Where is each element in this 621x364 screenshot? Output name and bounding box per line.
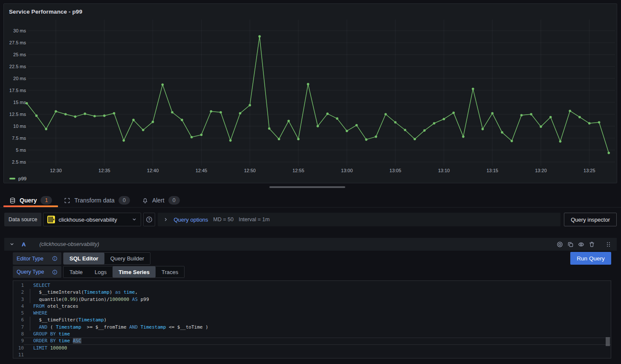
svg-text:13:05: 13:05 xyxy=(390,168,401,173)
svg-text:2.5 ms: 2.5 ms xyxy=(12,159,26,165)
query-type-option-traces[interactable]: Traces xyxy=(156,266,184,277)
line-number: 2 xyxy=(13,289,24,296)
svg-text:12:35: 12:35 xyxy=(98,168,110,173)
code-text: AND ( Timestamp >= $__fromTime AND Times… xyxy=(24,324,611,331)
query-row-header[interactable]: A (clickhouse-observability) xyxy=(4,238,617,251)
query-inspector-button[interactable]: Query inspector xyxy=(564,213,617,226)
query-type-option-logs[interactable]: Logs xyxy=(89,266,113,277)
svg-text:13:00: 13:00 xyxy=(341,168,353,173)
clickhouse-logo-icon xyxy=(47,216,55,223)
sql-lines: 1SELECT2 $__timeInterval(Timestamp) as t… xyxy=(13,282,611,358)
timeseries-panel: 30 ms27.5 ms25 ms22.5 ms20 ms17.5 ms15 m… xyxy=(3,3,617,183)
query-toolbar: Data source clickhouse-observability ? Q… xyxy=(4,213,617,226)
max-data-points-value: MD = 50 xyxy=(213,217,234,222)
tab-transform-data[interactable]: Transform data0 xyxy=(58,194,136,207)
svg-text:30 ms: 30 ms xyxy=(13,28,26,33)
drag-handle-icon[interactable] xyxy=(605,241,612,248)
sql-line-6[interactable]: 6 $__timeFilter(Timestamp) xyxy=(13,317,611,324)
legend-label: p99 xyxy=(18,176,26,181)
svg-text:7.5 ms: 7.5 ms xyxy=(12,136,26,141)
line-number: 3 xyxy=(13,296,24,303)
sql-line-7[interactable]: 7 AND ( Timestamp >= $__fromTime AND Tim… xyxy=(13,324,611,331)
data-source-value: clickhouse-observability xyxy=(58,217,128,223)
tab-bar: Query1Transform data0Alert0 xyxy=(0,194,621,208)
line-number: 8 xyxy=(13,331,24,338)
svg-text:12:40: 12:40 xyxy=(147,168,159,173)
query-type-label: Query Type xyxy=(13,266,61,278)
sql-line-5[interactable]: 5WHERE xyxy=(13,310,611,317)
info-circle-icon xyxy=(52,256,58,261)
sql-line-11[interactable]: 11 xyxy=(13,352,611,358)
query-options-toggle[interactable]: Query options MD = 50 Interval = 1m xyxy=(158,213,560,226)
svg-text:17.5 ms: 17.5 ms xyxy=(9,88,26,93)
sql-line-10[interactable]: 10LIMIT 100000 xyxy=(13,345,611,352)
sql-code-editor[interactable]: 1SELECT2 $__timeInterval(Timestamp) as t… xyxy=(13,280,611,358)
record-circle-icon[interactable] xyxy=(557,241,563,248)
sql-line-8[interactable]: 8GROUP BY time xyxy=(13,331,611,338)
trash-icon[interactable] xyxy=(589,241,595,248)
overview-ruler-cursor xyxy=(606,337,610,346)
sql-line-4[interactable]: 4FROM otel_traces xyxy=(13,303,611,310)
run-query-button[interactable]: Run Query xyxy=(570,252,611,265)
panel-title: Service Performance - p99 xyxy=(9,9,82,15)
code-text: SELECT xyxy=(24,282,611,289)
interval-value: Interval = 1m xyxy=(239,217,270,222)
pane-resize-handle[interactable] xyxy=(269,186,345,188)
query-type-option-table[interactable]: Table xyxy=(64,266,89,277)
svg-text:?: ? xyxy=(148,217,150,222)
panel-edit-view: 30 ms27.5 ms25 ms22.5 ms20 ms17.5 ms15 m… xyxy=(0,0,621,364)
svg-text:12:30: 12:30 xyxy=(50,168,62,173)
svg-text:13:20: 13:20 xyxy=(535,168,547,173)
code-text xyxy=(24,352,611,358)
svg-text:5 ms: 5 ms xyxy=(16,147,26,153)
tab-query[interactable]: Query1 xyxy=(3,194,58,207)
query-ref-id[interactable]: A xyxy=(22,241,26,248)
question-circle-icon: ? xyxy=(146,216,153,223)
line-number: 11 xyxy=(13,352,24,358)
timeseries-chart: 30 ms27.5 ms25 ms22.5 ms20 ms17.5 ms15 m… xyxy=(4,4,618,174)
editor-type-option-query-builder[interactable]: Query Builder xyxy=(104,253,150,264)
query-datasource-hint: (clickhouse-observability) xyxy=(39,241,99,247)
query-type-label-text: Query Type xyxy=(17,269,44,275)
data-source-picker[interactable]: clickhouse-observability xyxy=(43,213,141,226)
query-row-actions xyxy=(557,241,612,248)
tab-label: Alert xyxy=(152,197,165,204)
chevron-right-icon xyxy=(163,217,168,222)
svg-text:25 ms: 25 ms xyxy=(13,52,26,57)
collapse-chevron-icon[interactable] xyxy=(9,242,14,247)
svg-text:27.5 ms: 27.5 ms xyxy=(9,40,26,45)
tab-count-badge: 0 xyxy=(118,196,130,205)
eye-icon[interactable] xyxy=(578,241,584,248)
line-number: 9 xyxy=(13,338,24,344)
sql-line-3[interactable]: 3 quantile(0.99)(Duration)/1000000 AS p9… xyxy=(13,296,611,303)
data-source-help-button[interactable]: ? xyxy=(143,213,155,226)
editor-type-label-text: Editor Type xyxy=(17,256,43,262)
data-source-label: Data source xyxy=(4,213,41,226)
code-text: WHERE xyxy=(24,310,611,317)
code-text: quantile(0.99)(Duration)/1000000 AS p99 xyxy=(24,296,611,303)
line-number: 10 xyxy=(13,345,24,352)
sql-line-1[interactable]: 1SELECT xyxy=(13,282,611,289)
bell-icon xyxy=(142,197,148,204)
code-text: $__timeFilter(Timestamp) xyxy=(24,317,611,324)
editor-type-option-sql-editor[interactable]: SQL Editor xyxy=(64,253,104,264)
svg-text:15 ms: 15 ms xyxy=(13,100,26,105)
chart-legend[interactable]: p99 xyxy=(9,176,26,181)
tab-alert[interactable]: Alert0 xyxy=(136,194,186,207)
svg-text:13:15: 13:15 xyxy=(486,168,498,173)
code-text: ORDER BY time ASC xyxy=(24,338,611,344)
info-circle-icon xyxy=(52,269,58,275)
transform-icon xyxy=(64,197,70,204)
tab-label: Query xyxy=(20,197,37,204)
line-number: 4 xyxy=(13,303,24,310)
line-number: 7 xyxy=(13,324,24,331)
svg-text:13:25: 13:25 xyxy=(583,168,595,173)
svg-text:20 ms: 20 ms xyxy=(13,76,26,81)
copy-icon[interactable] xyxy=(567,241,574,248)
line-number: 5 xyxy=(13,310,24,317)
sql-line-9[interactable]: 9ORDER BY time ASC xyxy=(13,338,611,344)
query-type-row: Query Type TableLogsTime SeriesTraces xyxy=(13,266,185,278)
query-type-option-time-series[interactable]: Time Series xyxy=(113,266,156,277)
sql-line-2[interactable]: 2 $__timeInterval(Timestamp) as time, xyxy=(13,289,611,296)
svg-text:22.5 ms: 22.5 ms xyxy=(9,64,26,69)
